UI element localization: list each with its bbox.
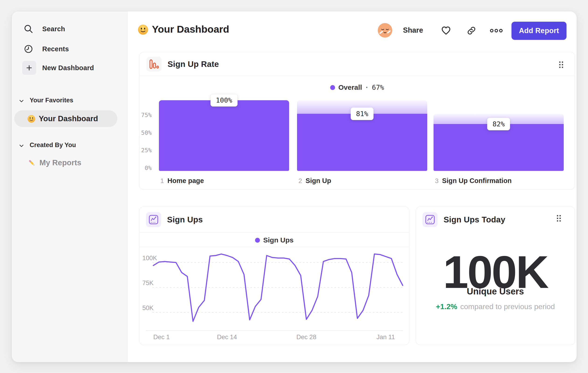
sidebar-item-label: Recents: [42, 45, 69, 53]
more-options-icon[interactable]: [490, 29, 503, 33]
y-axis-label: 100K: [142, 255, 154, 262]
change-note: compared to previous period: [460, 302, 555, 311]
sidebar-section-created-by-you[interactable]: Created By You: [19, 141, 76, 149]
sidebar-item-label: New Dashboard: [42, 64, 94, 72]
plus-icon: [22, 61, 36, 75]
change-value: +1.2%: [436, 302, 457, 311]
card-title: Sign Up Rate: [168, 60, 219, 69]
avatar[interactable]: [378, 23, 392, 38]
line-chart-icon: [423, 212, 438, 227]
step-name: Home page: [168, 177, 204, 185]
drag-handle-icon[interactable]: [556, 215, 562, 222]
x-axis-line: [146, 330, 403, 331]
app-window: Search Recents New Dashboard Your Favori…: [12, 11, 577, 362]
chevron-down-icon: [19, 99, 24, 102]
step-number: 3: [435, 177, 439, 185]
chevron-down-icon: [19, 143, 24, 147]
add-report-button[interactable]: Add Report: [512, 22, 567, 40]
main-content: Your Dashboard Share Add Report Sign Up …: [128, 11, 577, 362]
card-header: Sign Up Rate: [139, 52, 575, 76]
section-title: Created By You: [30, 141, 76, 149]
x-axis-label: Jan 11: [377, 333, 395, 341]
desktop-background: Search Recents New Dashboard Your Favori…: [0, 0, 588, 373]
search-icon: [23, 24, 34, 34]
sidebar-item-search[interactable]: Search: [23, 24, 65, 34]
sidebar-item-recents[interactable]: Recents: [23, 44, 69, 54]
funnel-value-tooltip: 81%: [351, 108, 374, 120]
funnel-bar[interactable]: [159, 100, 289, 171]
sidebar-item-new-dashboard[interactable]: New Dashboard: [22, 61, 94, 75]
share-button[interactable]: Share: [403, 26, 423, 34]
funnel-chart[interactable]: 75%50%25%0%100%1Home page81%2Sign Up82%3…: [139, 76, 575, 189]
line-chart[interactable]: 100K75K50KDec 1Dec 14Dec 28Jan 11: [139, 207, 409, 345]
sidebar-item-label: Search: [42, 25, 65, 33]
pencil-emoji: [27, 158, 36, 167]
sidebar-item-your-dashboard[interactable]: Your Dashboard: [14, 110, 117, 127]
favorite-heart-icon[interactable]: [441, 25, 452, 36]
funnel-bar-fill: [159, 100, 289, 171]
x-axis-label: Dec 28: [296, 333, 316, 341]
sidebar-item-label: Your Dashboard: [39, 114, 98, 123]
funnel-value-tooltip: 100%: [210, 94, 238, 107]
metric-change-row: +1.2% compared to previous period: [416, 302, 575, 311]
x-axis-label: Dec 1: [153, 333, 170, 341]
funnel-bar-fill: [433, 124, 564, 171]
funnel-step-label: 3Sign Up Confirmation: [435, 177, 512, 185]
funnel-bar-fill: [297, 114, 427, 171]
card-sign-ups: Sign Ups Sign Ups 100K75K50KDec 1Dec 14D…: [139, 207, 409, 345]
card-sign-up-rate: Sign Up Rate Overall · 67% 75%50%25%0%10…: [139, 52, 575, 190]
card-title: Sign Ups Today: [444, 215, 505, 224]
sidebar-item-my-reports[interactable]: My Reports: [27, 158, 81, 167]
step-number: 2: [298, 177, 302, 185]
funnel-y-tick: 25%: [139, 147, 152, 154]
sidebar-item-label: My Reports: [39, 158, 81, 167]
dashboard-emoji: [138, 24, 148, 35]
y-axis-label: 50K: [142, 304, 154, 312]
card-header: Sign Ups Today: [416, 207, 575, 232]
step-name: Sign Up Confirmation: [442, 177, 512, 185]
step-name: Sign Up: [306, 177, 331, 185]
sidebar-section-your-favorites[interactable]: Your Favorites: [19, 97, 73, 104]
sidebar: Search Recents New Dashboard Your Favori…: [12, 11, 128, 362]
copy-link-icon[interactable]: [466, 26, 476, 36]
step-number: 1: [160, 177, 164, 185]
line-chart-svg: [152, 247, 404, 330]
x-axis-label: Dec 14: [217, 333, 237, 341]
smiley-emoji: [27, 115, 35, 123]
section-title: Your Favorites: [30, 97, 73, 104]
line-series-sign-ups: [153, 254, 403, 322]
drag-handle-icon[interactable]: [558, 61, 564, 68]
clock-icon: [23, 44, 34, 54]
funnel-y-tick: 0%: [139, 165, 152, 171]
page-title: Your Dashboard: [152, 24, 229, 35]
funnel-y-tick: 75%: [139, 112, 152, 119]
funnel-step-label: 1Home page: [160, 177, 204, 185]
y-axis-label: 75K: [142, 280, 154, 286]
funnel-chart-icon: [147, 57, 161, 71]
card-sign-ups-today: Sign Ups Today 100K Unique Users +1.2% c…: [416, 207, 575, 345]
funnel-step-label: 2Sign Up: [298, 177, 331, 185]
metric-label: Unique Users: [416, 286, 575, 297]
funnel-value-tooltip: 82%: [487, 118, 510, 130]
funnel-y-tick: 50%: [139, 129, 152, 136]
